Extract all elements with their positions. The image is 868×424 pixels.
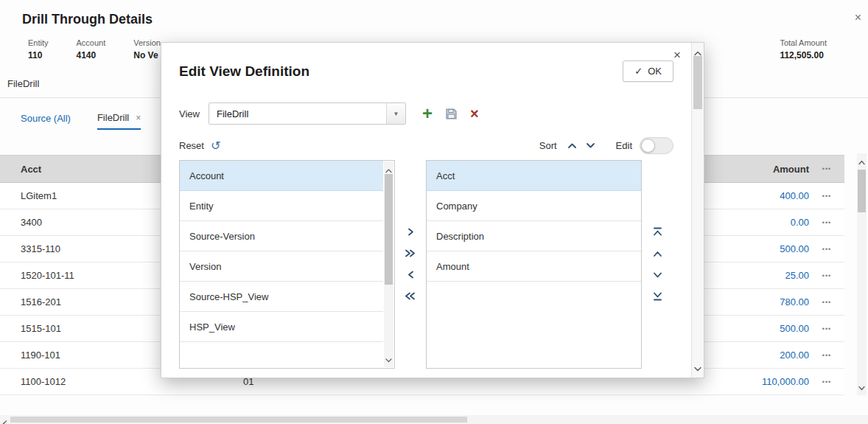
available-list-item[interactable]: Version	[180, 251, 383, 282]
tab-close-icon[interactable]: ×	[136, 113, 141, 123]
reset-button[interactable]: Reset ↺	[179, 139, 220, 153]
dropdown-arrow-icon[interactable]: ▼	[386, 103, 405, 124]
tab-label: Source (All)	[21, 113, 71, 124]
page-horizontal-scrollbar[interactable]	[0, 415, 868, 424]
ok-button[interactable]: ✓ OK	[623, 60, 673, 82]
row-menu-icon[interactable]: •••	[809, 246, 844, 253]
list-item-label: Amount	[436, 261, 469, 272]
header-menu-icon[interactable]: •••	[809, 165, 844, 173]
list-item-label: Description	[436, 231, 484, 242]
toggle-knob	[641, 139, 655, 153]
scroll-thumb[interactable]	[693, 56, 702, 109]
ok-button-label: OK	[648, 66, 662, 77]
list-item-label: HSP_View	[189, 322, 235, 333]
check-icon: ✓	[634, 66, 643, 77]
list-toolbar: Reset ↺ Sort Edit	[179, 137, 673, 154]
dialog-body: × Edit View Definition ✓ OK View FileDri…	[161, 43, 691, 378]
available-list-item[interactable]: Source-HSP_View	[180, 282, 383, 312]
pov-label: Entity	[28, 38, 49, 47]
available-list-item[interactable]: Source-Version	[180, 221, 383, 251]
undo-icon: ↺	[211, 139, 220, 153]
move-to-top-icon[interactable]	[653, 226, 662, 237]
shuttle-buttons	[395, 160, 426, 369]
edit-label: Edit	[616, 140, 632, 151]
available-list-scrollbar[interactable]	[384, 161, 393, 367]
tab[interactable]: FileDrill ×	[97, 112, 141, 130]
total-amount-label: Total Amount	[780, 38, 827, 47]
reset-label: Reset	[179, 140, 204, 151]
row-menu-icon[interactable]: •••	[809, 325, 844, 333]
dialog-scrollbar[interactable]	[691, 43, 704, 378]
shuttle-lists: Account Entity Source-Version Version	[179, 160, 673, 369]
pov-item: Account 4140	[77, 38, 106, 60]
list-item-label: Version	[189, 261, 221, 272]
pov-value: 110	[28, 50, 49, 60]
scroll-down-icon[interactable]	[385, 352, 392, 366]
scroll-thumb[interactable]	[10, 417, 467, 423]
scroll-thumb[interactable]	[385, 174, 393, 285]
row-menu-icon[interactable]: •••	[809, 192, 844, 200]
pov-label: Account	[77, 38, 106, 47]
edit-view-dialog: × Edit View Definition ✓ OK View FileDri…	[161, 42, 704, 378]
row-menu-icon[interactable]: •••	[809, 299, 844, 306]
scroll-down-icon[interactable]	[858, 380, 865, 394]
page-title: Drill Through Details	[22, 12, 153, 27]
available-list-item[interactable]: HSP_View	[180, 312, 383, 342]
selected-list-item[interactable]: Acct	[427, 161, 641, 191]
move-up-icon[interactable]	[653, 248, 662, 259]
view-selector-row: View FileDrill ▼ + ×	[179, 102, 673, 125]
move-to-bottom-icon[interactable]	[653, 291, 662, 302]
sort-ascending-icon[interactable]	[567, 142, 577, 149]
move-all-left-icon[interactable]	[405, 291, 416, 302]
dialog-header: Edit View Definition ✓ OK	[179, 60, 673, 82]
row-menu-icon[interactable]: •••	[809, 272, 844, 279]
available-columns-list: Account Entity Source-Version Version	[179, 160, 395, 369]
available-list-item[interactable]: Account	[180, 161, 383, 191]
list-item-label: Account	[189, 170, 224, 181]
view-select[interactable]: FileDrill ▼	[209, 102, 406, 125]
selected-list-item[interactable]: Amount	[427, 251, 641, 282]
row-menu-icon[interactable]: •••	[809, 378, 844, 386]
page-vertical-scrollbar[interactable]	[857, 153, 867, 395]
total-amount: Total Amount 112,505.00	[780, 38, 827, 60]
scroll-left-icon[interactable]	[2, 417, 7, 424]
pov-bar: Entity 110 Account 4140 Version No Ve	[28, 38, 161, 60]
scroll-up-icon[interactable]	[858, 155, 865, 168]
sort-descending-icon[interactable]	[586, 142, 595, 149]
pov-label: Version	[133, 38, 161, 47]
scroll-down-icon[interactable]	[694, 361, 701, 375]
drill-name: FileDrill	[7, 78, 39, 89]
row-menu-icon[interactable]: •••	[809, 219, 844, 226]
total-amount-value: 112,505.00	[780, 50, 827, 60]
move-down-icon[interactable]	[653, 269, 662, 280]
sort-edit-controls: Sort Edit	[539, 137, 673, 154]
tab-label: FileDrill	[97, 112, 129, 123]
pov-value: 4140	[77, 50, 106, 60]
selected-list-item[interactable]: Company	[427, 191, 641, 221]
reorder-buttons	[642, 160, 673, 369]
scroll-thumb[interactable]	[858, 170, 866, 212]
available-list-item[interactable]: Entity	[180, 191, 383, 221]
view-label: View	[179, 108, 200, 119]
move-right-icon[interactable]	[407, 226, 415, 237]
move-all-right-icon[interactable]	[405, 248, 416, 259]
selected-columns-list: Acct Company Description Amount	[426, 160, 642, 369]
row-menu-icon[interactable]: •••	[809, 352, 844, 359]
sort-label: Sort	[539, 140, 557, 151]
delete-view-icon[interactable]: ×	[470, 106, 479, 121]
save-view-icon[interactable]	[445, 108, 458, 120]
view-select-value: FileDrill	[209, 108, 248, 119]
edit-toggle[interactable]	[640, 137, 673, 154]
tab[interactable]: Source (All)	[21, 112, 71, 130]
list-item-label: Entity	[189, 201, 214, 212]
move-left-icon[interactable]	[407, 269, 415, 280]
tab-bar: Source (All) FileDrill ×	[21, 112, 141, 130]
add-view-icon[interactable]: +	[422, 105, 433, 122]
selected-list-item[interactable]: Description	[427, 221, 641, 251]
pov-item: Entity 110	[28, 38, 49, 60]
dialog-close-icon[interactable]: ×	[673, 48, 681, 63]
page-close-icon[interactable]: ×	[855, 11, 861, 24]
list-item-label: Company	[436, 201, 477, 212]
list-item-label: Source-Version	[189, 231, 255, 242]
pov-value: No Ve	[133, 50, 161, 60]
